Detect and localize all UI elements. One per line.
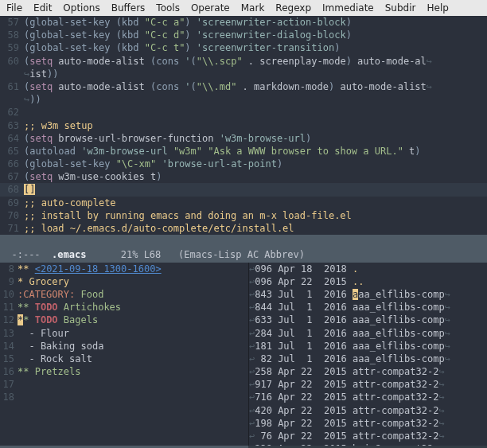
org-line <box>0 430 248 442</box>
org-line: 13 - Flour <box>0 327 248 340</box>
org-line: 16** Pretzels <box>0 365 248 378</box>
org-line: 18 <box>0 391 248 403</box>
code-line: ↪ist)) <box>0 68 487 80</box>
menu-mark[interactable]: Mark <box>241 2 265 14</box>
menu-immediate[interactable]: Immediate <box>322 2 374 14</box>
dired-line[interactable]: ↩716 Apr 22 2015 attr-compat32-2↪ <box>249 391 487 403</box>
editor-pane-emacs[interactable]: 57(global-set-key (kbd "C-c a") 'screenw… <box>0 16 487 235</box>
dired-line[interactable]: ↩420 Apr 22 2015 attr-compat32-2↪ <box>249 404 487 417</box>
code-line: 71;; load ~/.emacs.d/auto-complete/etc/i… <box>0 222 487 235</box>
org-line: 12** TODO Bagels <box>0 314 248 326</box>
menu-regexp[interactable]: Regexp <box>275 2 311 14</box>
org-line: 10:CATEGORY: Food <box>0 288 248 301</box>
menu-options[interactable]: Options <box>63 2 99 14</box>
code-line: ↪)) <box>0 93 487 106</box>
code-line: 67(setq w3m-use-cookies t) <box>0 170 487 183</box>
org-line: 8** <2021-09-18 1300-1600> <box>0 263 248 275</box>
dired-line[interactable]: ↩096 Apr 22 2015 .. <box>249 275 487 288</box>
dired-line[interactable]: ↩917 Apr 22 2015 attr-compat32-2↪ <box>249 378 487 391</box>
code-line: 68[] <box>0 183 487 196</box>
editor-pane-dired[interactable]: ↩096 Apr 18 2018 .↩096 Apr 22 2015 ..↩84… <box>248 263 487 446</box>
org-line: 11** TODO Artichokes <box>0 301 248 314</box>
modeline-dired: U:%%- a-compat32 2% L5 <box>248 446 487 448</box>
org-line <box>0 417 248 430</box>
org-line: 17 <box>0 378 248 391</box>
menu-help[interactable]: Help <box>427 2 448 14</box>
dired-line[interactable]: ↩181 Jul 1 2016 aaa_elflibs-comp↪ <box>249 340 487 353</box>
code-line: 59(global-set-key (kbd "C-c t") 'screenw… <box>0 41 487 54</box>
menu-edit[interactable]: Edit <box>33 2 52 14</box>
org-line: 9* Grocery <box>0 275 248 288</box>
code-line: 58(global-set-key (kbd "C-c d") 'screenw… <box>0 29 487 41</box>
dired-line[interactable]: ↩096 Apr 18 2018 . <box>249 263 487 275</box>
modeline-org: -:**- List.org Bot L12 (Org <box>0 446 248 448</box>
dired-line[interactable]: ↩843 Jul 1 2016 aaa_elflibs-comp↪ <box>249 288 487 301</box>
dired-line[interactable]: ↩258 Apr 22 2015 attr-compat32-2↪ <box>249 365 487 378</box>
menu-subdir[interactable]: Subdir <box>385 2 416 14</box>
code-line: 65(autoload 'w3m-browse-url "w3m" "Ask a… <box>0 145 487 158</box>
dired-line[interactable]: ↩198 Apr 22 2015 attr-compat32-2↪ <box>249 417 487 430</box>
code-line: 63;; w3m setup <box>0 119 487 132</box>
org-line: 15 - Rock salt <box>0 353 248 365</box>
menu-file[interactable]: File <box>6 2 22 14</box>
org-line <box>0 404 248 417</box>
menu-buffers[interactable]: Buffers <box>111 2 146 14</box>
code-line: 61(setq auto-mode-alist (cons '("\\.md" … <box>0 80 487 93</box>
dired-line[interactable]: ↩284 Jul 1 2016 aaa_elflibs-comp↪ <box>249 327 487 340</box>
dired-line[interactable]: ↩ 82 Jul 1 2016 aaa_elflibs-comp↪ <box>249 353 487 365</box>
code-line: 57(global-set-key (kbd "C-c a") 'screenw… <box>0 16 487 29</box>
dired-line[interactable]: ↩844 Jul 1 2016 aaa_elflibs-comp↪ <box>249 301 487 314</box>
code-line: 69;; auto-complete <box>0 197 487 209</box>
menubar[interactable]: FileEditOptionsBuffersToolsOperateMarkRe… <box>0 0 487 16</box>
code-line: 62 <box>0 106 487 119</box>
editor-pane-org[interactable]: 8** <2021-09-18 1300-1600>9* Grocery10:C… <box>0 263 248 446</box>
code-line: 64(setq browse-url-browser-function 'w3m… <box>0 132 487 145</box>
menu-tools[interactable]: Tools <box>156 2 180 14</box>
code-line: 70;; install by running emacs and doing … <box>0 209 487 222</box>
dired-line[interactable]: ↩633 Jul 1 2016 aaa_elflibs-comp↪ <box>249 314 487 326</box>
buffer-name: .emacs <box>52 249 86 260</box>
code-line: 66(global-set-key "\C-xm" 'browse-url-at… <box>0 158 487 170</box>
org-line: 14 - Baking soda <box>0 340 248 353</box>
menu-operate[interactable]: Operate <box>191 2 230 14</box>
dired-line[interactable]: ↩ 76 Apr 22 2015 attr-compat32-2↪ <box>249 430 487 442</box>
code-line: 60(setq auto-mode-alist (cons '("\\.scp"… <box>0 55 487 68</box>
modeline-emacs: -:--- .emacs 21% L68 (Emacs-Lisp AC Abbr… <box>0 235 487 262</box>
